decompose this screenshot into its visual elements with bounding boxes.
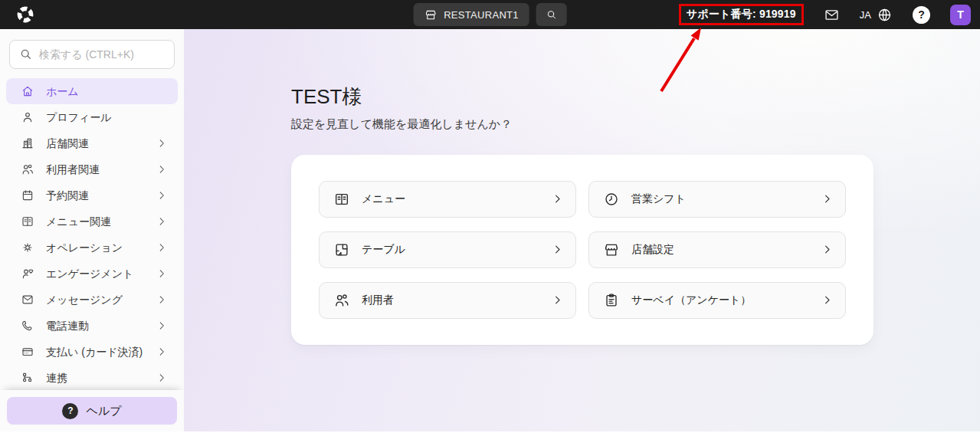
envelope-icon [21,293,34,307]
shortcut-menu[interactable]: メニュー [319,181,576,218]
sidebar-item-label: 電話連動 [46,320,89,331]
sidebar-item-label: 予約関連 [46,190,89,201]
sidebar-item-label: エンゲージメント [46,268,133,279]
app-logo-icon [14,3,37,26]
chevron-right-icon [821,193,833,205]
chevron-right-icon [156,294,167,305]
sidebar-search-input[interactable] [9,40,175,69]
sidebar-item-label: 支払い (カード決済) [46,346,143,357]
chevron-right-icon [156,346,167,357]
page-subtitle: 設定を見直して機能を最適化しませんか？ [291,117,980,132]
chevron-right-icon [156,138,167,149]
sidebar-footer: ? ヘルプ [0,390,184,431]
sidebar-item-label: 店舗関連 [46,138,89,149]
shortcut-store-settings[interactable]: 店舗設定 [588,231,846,268]
sidebar-item-label: オペレーション [46,242,123,253]
sidebar-search [9,40,175,69]
chevron-right-icon [156,242,167,253]
restaurant-selector-button[interactable]: RESTAURANT1 [413,3,529,26]
shortcut-label: 利用者 [362,294,394,307]
header-right-group: サポート番号: 919919 JA ? T [679,4,971,25]
language-switcher[interactable]: JA [860,7,893,23]
storefront-icon [603,241,620,258]
sidebar-item-profile[interactable]: プロフィール [6,104,178,130]
menu-book-icon [333,191,350,208]
chevron-right-icon [156,164,167,175]
sidebar-item-messaging[interactable]: メッセージング [6,287,178,313]
search-icon [18,47,33,64]
sidebar-item-payment[interactable]: 支払い (カード決済) [6,339,178,365]
phone-icon [21,319,34,333]
sidebar-item-label: プロフィール [46,112,112,123]
sidebar-item-label: ホーム [46,86,79,97]
shortcut-label: 営業シフト [631,192,686,206]
question-mark-icon: ? [62,403,78,419]
person-heart-icon [21,267,34,280]
sidebar-item-label: 連携 [46,372,67,383]
sidebar-item-users[interactable]: 利用者関連 [6,156,178,182]
chevron-right-icon [821,244,833,255]
menu-book-icon [21,215,34,228]
chevron-right-icon [156,216,167,227]
building-icon [21,136,34,150]
header-search-button[interactable] [536,3,567,26]
table-layout-icon [333,241,350,258]
chevron-right-icon [552,244,563,255]
shortcuts-card: メニュー 営業シフト テーブル [291,155,873,345]
chevron-right-icon [156,190,167,201]
chevron-right-icon [821,294,833,306]
chevron-right-icon [156,320,167,331]
chevron-right-icon [552,193,563,205]
help-button-label: ヘルプ [86,404,121,418]
sidebar: ホーム プロフィール 店舗関連 [0,29,184,431]
clock-icon [603,191,620,208]
clipboard-icon [603,292,620,309]
restaurant-selector-label: RESTAURANT1 [444,9,519,21]
person-icon [21,110,34,124]
credit-card-icon [21,345,34,359]
header-center-group: RESTAURANT1 [413,3,567,26]
sidebar-item-label: メニュー関連 [46,216,111,227]
shortcut-table[interactable]: テーブル [319,231,576,268]
sidebar-item-engagement[interactable]: エンゲージメント [6,261,178,287]
mail-icon[interactable] [824,7,840,23]
language-label: JA [860,9,871,21]
search-icon [546,8,558,21]
top-header-bar: RESTAURANT1 サポート番号: 919919 JA [0,0,980,29]
sidebar-item-reservations[interactable]: 予約関連 [6,182,178,208]
sidebar-item-home[interactable]: ホーム [6,78,178,104]
sidebar-item-store[interactable]: 店舗関連 [6,130,178,156]
user-avatar[interactable]: T [950,5,971,25]
support-number-badge: サポート番号: 919919 [679,4,804,25]
chevron-right-icon [156,372,167,383]
shortcut-business-shift[interactable]: 営業シフト [588,181,846,218]
shortcut-label: テーブル [362,243,405,257]
sidebar-item-integration[interactable]: 連携 [6,365,178,390]
storefront-icon [424,8,437,21]
globe-icon [877,7,893,23]
sidebar-item-label: メッセージング [46,294,123,305]
chevron-right-icon [552,294,563,306]
shortcut-label: メニュー [362,192,405,206]
page-title: TEST様 [291,84,980,110]
home-icon [21,84,34,98]
app-window: RESTAURANT1 サポート番号: 919919 JA [0,0,980,431]
sidebar-nav: ホーム プロフィール 店舗関連 [0,78,184,390]
chevron-right-icon [156,268,167,279]
sidebar-item-menu[interactable]: メニュー関連 [6,208,178,235]
calendar-icon [21,189,34,202]
users-icon [21,162,34,176]
shortcut-label: 店舗設定 [631,243,674,257]
shortcut-label: サーベイ（アンケート） [631,294,751,307]
main-content: TEST様 設定を見直して機能を最適化しませんか？ メニュー 営業シフト [184,29,980,431]
shortcut-survey[interactable]: サーベイ（アンケート） [588,282,846,319]
sidebar-item-label: 利用者関連 [46,164,100,175]
integration-nodes-icon [21,371,34,385]
help-button[interactable]: ? ヘルプ [7,397,177,425]
gear-icon [21,241,34,254]
sidebar-item-operation[interactable]: オペレーション [6,235,178,261]
users-icon [333,292,350,309]
help-circle-icon[interactable]: ? [913,6,930,24]
shortcut-users[interactable]: 利用者 [319,282,576,319]
sidebar-item-phone[interactable]: 電話連動 [6,313,178,339]
